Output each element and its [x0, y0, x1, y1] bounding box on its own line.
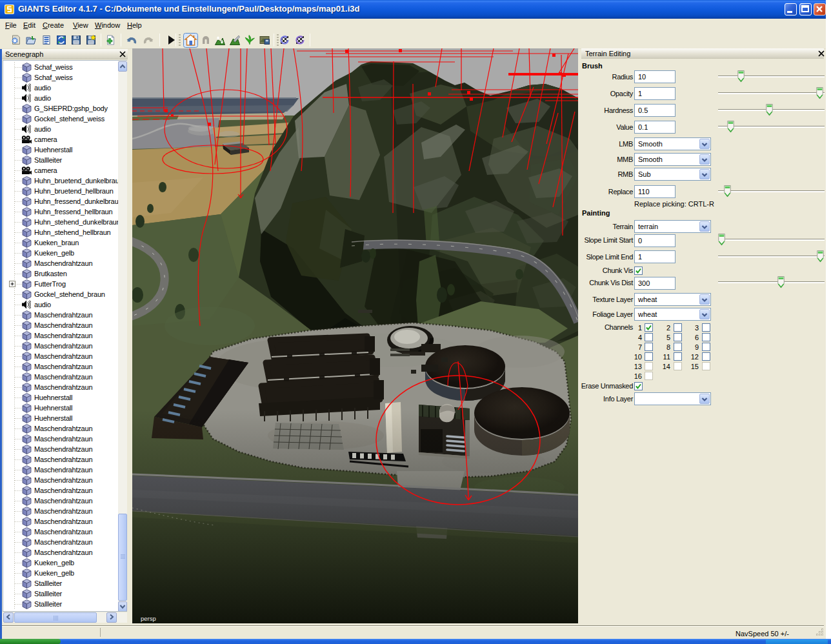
svg-text:persp: persp [141, 615, 156, 622]
